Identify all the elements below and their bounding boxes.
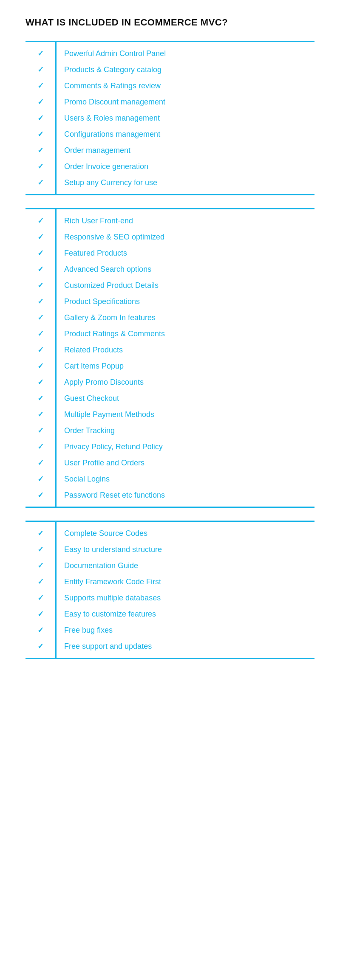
- page-title: WHAT IS INCLUDED IN ECOMMERCE MVC?: [26, 17, 314, 28]
- check-mark-icon: ✓: [26, 455, 55, 471]
- check-mark-icon: ✓: [26, 229, 55, 245]
- check-mark-icon: ✓: [26, 245, 55, 261]
- feature-item-label: Multiple Payment Methods: [64, 406, 314, 422]
- check-mark-icon: ✓: [26, 525, 55, 541]
- check-mark-icon: ✓: [26, 175, 55, 191]
- check-mark-icon: ✓: [26, 94, 55, 110]
- check-mark-icon: ✓: [26, 622, 55, 638]
- feature-item-label: Apply Promo Discounts: [64, 374, 314, 390]
- feature-item-label: User Profile and Orders: [64, 455, 314, 471]
- feature-item-label: Cart Items Popup: [64, 358, 314, 374]
- feature-item-label: Order management: [64, 142, 314, 158]
- check-mark-icon: ✓: [26, 310, 55, 326]
- feature-item-label: Setup any Currency for use: [64, 175, 314, 191]
- check-mark-icon: ✓: [26, 45, 55, 62]
- feature-item-label: Products & Category catalog: [64, 62, 314, 78]
- check-mark-icon: ✓: [26, 574, 55, 590]
- feature-item-label: Product Specifications: [64, 293, 314, 310]
- check-mark-icon: ✓: [26, 487, 55, 503]
- feature-item-label: Responsive & SEO optimized: [64, 229, 314, 245]
- feature-item-label: Advanced Search options: [64, 261, 314, 277]
- check-mark-icon: ✓: [26, 110, 55, 126]
- feature-item-label: Customized Product Details: [64, 277, 314, 293]
- feature-item-label: Comments & Ratings review: [64, 78, 314, 94]
- feature-item-label: Documentation Guide: [64, 558, 314, 574]
- check-mark-icon: ✓: [26, 213, 55, 229]
- section-frontend-section: ✓✓✓✓✓✓✓✓✓✓✓✓✓✓✓✓✓✓Rich User Front-endRes…: [26, 208, 314, 508]
- check-mark-icon: ✓: [26, 78, 55, 94]
- check-mark-icon: ✓: [26, 422, 55, 439]
- check-mark-icon: ✓: [26, 277, 55, 293]
- feature-item-label: Social Logins: [64, 471, 314, 487]
- feature-item-label: Supports multiple databases: [64, 590, 314, 606]
- check-mark-icon: ✓: [26, 158, 55, 175]
- feature-item-label: Featured Products: [64, 245, 314, 261]
- check-mark-icon: ✓: [26, 342, 55, 358]
- feature-item-label: Free bug fixes: [64, 622, 314, 638]
- check-mark-icon: ✓: [26, 590, 55, 606]
- check-mark-icon: ✓: [26, 261, 55, 277]
- check-mark-icon: ✓: [26, 558, 55, 574]
- check-mark-icon: ✓: [26, 606, 55, 622]
- feature-item-label: Users & Roles management: [64, 110, 314, 126]
- feature-item-label: Free support and updates: [64, 638, 314, 654]
- check-mark-icon: ✓: [26, 358, 55, 374]
- feature-item-label: Easy to understand structure: [64, 541, 314, 558]
- feature-item-label: Easy to customize features: [64, 606, 314, 622]
- feature-item-label: Privacy Policy, Refund Policy: [64, 439, 314, 455]
- feature-item-label: Promo Discount management: [64, 94, 314, 110]
- feature-item-label: Password Reset etc functions: [64, 487, 314, 503]
- feature-item-label: Configurations management: [64, 126, 314, 142]
- section-admin-section: ✓✓✓✓✓✓✓✓✓Powerful Admin Control PanelPro…: [26, 41, 314, 195]
- check-mark-icon: ✓: [26, 126, 55, 142]
- check-mark-icon: ✓: [26, 142, 55, 158]
- check-mark-icon: ✓: [26, 471, 55, 487]
- check-mark-icon: ✓: [26, 293, 55, 310]
- feature-item-label: Gallery & Zoom In features: [64, 310, 314, 326]
- feature-item-label: Order Invoice generation: [64, 158, 314, 175]
- check-mark-icon: ✓: [26, 406, 55, 422]
- feature-item-label: Order Tracking: [64, 422, 314, 439]
- feature-item-label: Related Products: [64, 342, 314, 358]
- check-mark-icon: ✓: [26, 541, 55, 558]
- feature-item-label: Rich User Front-end: [64, 213, 314, 229]
- section-source-section: ✓✓✓✓✓✓✓✓Complete Source CodesEasy to und…: [26, 521, 314, 659]
- feature-item-label: Product Ratings & Comments: [64, 326, 314, 342]
- check-mark-icon: ✓: [26, 326, 55, 342]
- check-mark-icon: ✓: [26, 439, 55, 455]
- feature-item-label: Guest Checkout: [64, 390, 314, 406]
- check-mark-icon: ✓: [26, 638, 55, 654]
- check-mark-icon: ✓: [26, 390, 55, 406]
- feature-item-label: Complete Source Codes: [64, 525, 314, 541]
- feature-item-label: Powerful Admin Control Panel: [64, 45, 314, 62]
- feature-item-label: Entity Framework Code First: [64, 574, 314, 590]
- check-mark-icon: ✓: [26, 62, 55, 78]
- check-mark-icon: ✓: [26, 374, 55, 390]
